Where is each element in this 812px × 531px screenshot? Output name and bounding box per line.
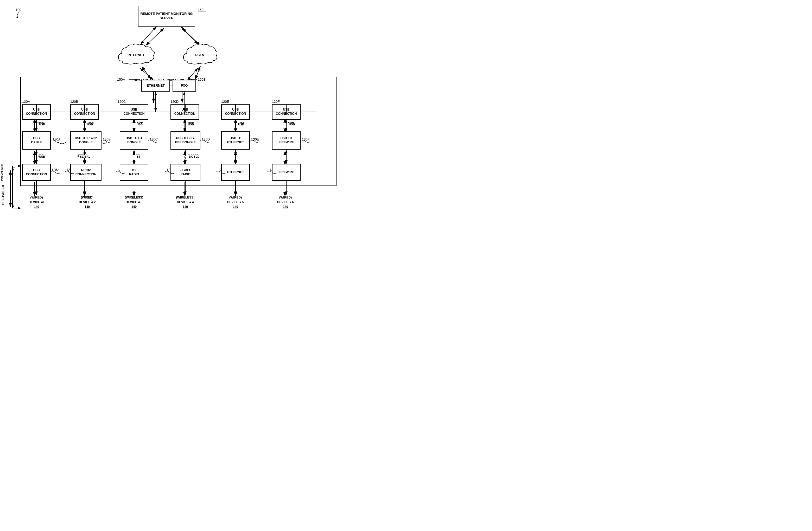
pstn-label: PSTN — [195, 53, 204, 58]
ref-120f: 120F — [272, 100, 280, 104]
usb-connection-120a: USBCONNECTION — [22, 104, 51, 120]
usb-connection-120f: USBCONNECTION — [272, 104, 301, 120]
usb-arrow-label-e: USB — [237, 123, 245, 126]
connection-125c: BTRADIO — [120, 164, 148, 181]
device-5: (WIRED)DEVICE # 5140 — [218, 195, 253, 209]
device-1: (WIRED)DEVICE #1140 — [18, 195, 55, 209]
ref-130f: 130F — [302, 137, 310, 141]
svg-line-49 — [181, 27, 198, 44]
connection-125f: FIREWIRE — [272, 164, 301, 181]
usb-arrow-label-d: USB — [187, 123, 194, 126]
ref-120c: 120C — [118, 100, 126, 104]
ref-130e: 130E — [251, 137, 259, 141]
usb-ethernet-130e: USB TOETHERNET — [221, 131, 250, 150]
bt-arrow-label: BT — [136, 155, 141, 158]
internet-cloud: INTERNET — [117, 43, 155, 68]
usb-connection-120d: USBCONNECTION — [171, 104, 199, 120]
usb-firewire-130f: USB TOFIREWIRE — [272, 131, 301, 150]
usb-bt-130c: USB TO BTDONGLE — [120, 131, 148, 150]
usb-arrow-label-b: USB — [86, 123, 93, 126]
device-3: (WIRELESS)DEVICE # 3140 — [117, 195, 151, 209]
ref-arrow-100 — [14, 11, 25, 19]
ref-120b: 120B — [70, 100, 78, 104]
ethernet-box: ETHERNET — [141, 80, 170, 92]
device-2: (WIRED)DEVICE # 2140 — [68, 195, 107, 209]
pre-paired-text: PRE-PAIRED — [1, 185, 4, 205]
usb-arrow-label-a2: USB — [39, 155, 45, 158]
svg-line-48 — [141, 27, 156, 44]
pre-paired-bracket — [8, 166, 16, 209]
usb-connection-120e: USBCONNECTION — [221, 104, 250, 120]
ref-130a: 130A — [53, 137, 60, 141]
usb-cable-130a: USBCABLE — [22, 131, 51, 150]
fxo-label: FXO — [181, 84, 188, 88]
internet-label: INTERNET — [128, 53, 144, 58]
device-4: (WIRELESS)DEVICE # 4140 — [167, 195, 203, 209]
usb-connection-120b: USBCONNECTION — [70, 104, 99, 120]
usb-arrow-label-c: USB — [136, 123, 143, 126]
usb-arrow-label-f: USB — [288, 123, 295, 126]
server-ref-line — [197, 7, 212, 15]
pstn-cloud: PSTN — [182, 43, 217, 68]
ref-125a: 125A — [52, 168, 59, 172]
server-box: REMOTE PATIENT MONITORING SERVER — [138, 6, 195, 27]
svg-marker-44 — [12, 168, 14, 171]
ethernet-ref-line — [117, 76, 143, 82]
usb-rs232-130b: USB TO RS232DONGLE — [70, 131, 102, 150]
ref-120a: 120A — [22, 100, 30, 104]
ref-120e: 120E — [221, 100, 229, 104]
fxo-ref-line — [187, 76, 200, 82]
server-label: REMOTE PATIENT MONITORING SERVER — [140, 12, 194, 20]
serial-arrow-label: SERIAL — [79, 155, 91, 158]
connection-125b: RS232CONNECTION — [70, 164, 102, 181]
diagram: 100 REMOTE PATIENT MONITORING SERVER 160… — [0, 0, 406, 265]
usb-connection-120c: USBCONNECTION — [120, 104, 148, 120]
pre-paired-label: PRE-PAIRED — [1, 164, 4, 181]
ref-130c: 130C — [150, 137, 158, 141]
usb-arrow-label-a: USB — [39, 123, 45, 126]
svg-marker-45 — [12, 206, 14, 208]
connection-125e: ETHERNET — [221, 164, 250, 181]
device-6: (WIRED)DEVICE # 6140 — [268, 195, 303, 209]
ref-130b: 130B — [103, 137, 111, 141]
ref-120d: 120D — [171, 100, 178, 104]
ethernet-label: ETHERNET — [146, 84, 165, 88]
connection-125d: ZIGBEERADIO — [171, 164, 200, 181]
usb-zigbee-130d: USB TO ZIG-BEE DONGLE — [171, 131, 200, 150]
ref-130d: 130D — [202, 137, 210, 141]
zigbee-arrow-label: ZIGBEE — [188, 155, 200, 158]
connection-125a: USBCONNECTION — [22, 164, 51, 181]
